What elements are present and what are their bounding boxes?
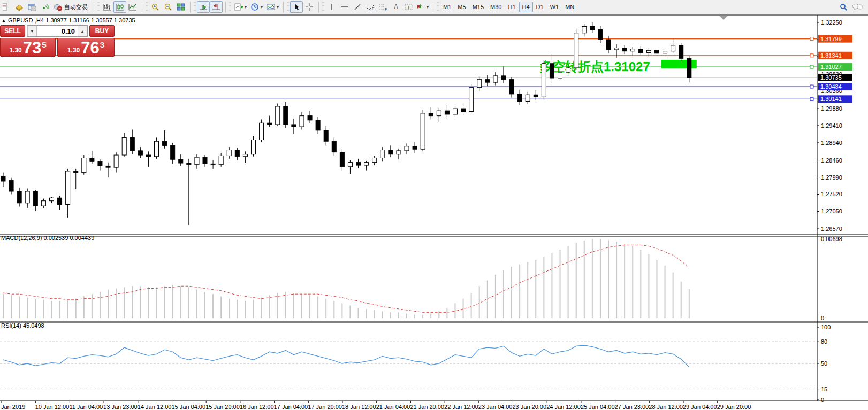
candle-body	[598, 30, 603, 40]
timeframe-button-M1[interactable]: M1	[440, 2, 454, 12]
timeframe-button-D1[interactable]: D1	[533, 2, 547, 12]
candle-body	[308, 116, 312, 120]
candle-body	[671, 45, 675, 51]
trendline-button[interactable]	[351, 1, 364, 13]
buy-button[interactable]: BUY	[89, 25, 115, 37]
candle-body	[114, 155, 118, 167]
time-tick-label: 10 Jan 12:00	[35, 404, 70, 410]
sell-button[interactable]: SELL	[0, 25, 25, 37]
charts-window-button[interactable]	[26, 1, 39, 13]
candle-body	[211, 164, 215, 164]
vertical-line-button[interactable]	[325, 1, 338, 13]
periods-button[interactable]: ▾	[248, 1, 264, 13]
new-order-button[interactable]	[0, 1, 13, 13]
fibonacci-button[interactable]: F	[377, 1, 390, 13]
candle-body	[630, 49, 635, 51]
crosshair-button[interactable]	[303, 1, 316, 13]
zoom-in-icon	[150, 3, 160, 11]
candle-body	[397, 151, 401, 154]
candle-body	[90, 158, 94, 161]
templates-button[interactable]: ▾	[264, 1, 280, 13]
channel-button[interactable]: E	[364, 1, 377, 13]
zoom-in-button[interactable]	[149, 1, 162, 13]
candle-body	[195, 157, 199, 165]
timeframe-button-M5[interactable]: M5	[454, 2, 469, 12]
one-click-trading-panel: SELL ▼ 0.10 ▲ BUY 1.30 73 5 1.30 76 3	[0, 25, 115, 57]
chevron-down-icon: ▾	[245, 5, 247, 10]
templates-icon	[266, 3, 276, 11]
turning-point-annotation[interactable]: 多空转折点1.31027	[539, 59, 650, 74]
text-button[interactable]: A	[390, 1, 402, 13]
toolbar-button-label: W1	[549, 4, 561, 10]
search-button[interactable]	[837, 1, 850, 13]
autotrading-icon	[53, 3, 63, 11]
signals-button[interactable]	[39, 1, 51, 13]
candlestick-chart-icon	[115, 3, 125, 11]
sell-price-button[interactable]: 1.30 73 5	[0, 38, 56, 57]
toolbar-button-label: M15	[471, 4, 485, 10]
candle-body	[146, 155, 150, 157]
buy-price-button[interactable]: 1.30 76 3	[57, 38, 115, 57]
candle-body	[477, 80, 482, 88]
line-handle[interactable]	[810, 54, 813, 57]
chart-title: ▲ GBPUSD-,H4 1.30977 1.31166 1.30557 1.3…	[2, 17, 135, 24]
text-icon: A	[392, 3, 400, 11]
buy-price-pip: 3	[100, 40, 104, 49]
indicators-button[interactable]: ▾	[232, 1, 248, 13]
volume-decrease-button[interactable]: ▼	[27, 26, 37, 36]
candle-body	[453, 109, 457, 114]
candle-body	[17, 191, 21, 203]
chat-button[interactable]	[850, 1, 865, 13]
chart-symbol-icon: ▲	[2, 18, 6, 23]
candle-body	[558, 72, 562, 78]
time-tick-label: 21 Jan 04:00	[376, 404, 410, 410]
time-tick-label: 29 Jan 20:00	[717, 404, 751, 410]
tile-windows-button[interactable]	[174, 1, 187, 13]
candle-body	[332, 141, 336, 152]
candle-body	[243, 154, 247, 157]
candle-body	[138, 151, 142, 155]
timeframe-button-H1[interactable]: H1	[505, 2, 519, 12]
candlestick-chart-button[interactable]	[113, 1, 126, 13]
line-handle[interactable]	[810, 97, 813, 100]
line-handle[interactable]	[810, 85, 813, 88]
cursor-button[interactable]	[290, 1, 303, 13]
new-order-icon	[3, 3, 10, 11]
toolbar-grip	[437, 2, 439, 12]
toolbar-separator	[433, 2, 433, 12]
label-button[interactable]: T	[402, 1, 415, 13]
timeframe-button-H4[interactable]: H4	[519, 2, 533, 12]
bar-chart-button[interactable]	[101, 1, 113, 13]
candle-body	[260, 123, 264, 140]
line-handle[interactable]	[810, 37, 813, 41]
line-handle[interactable]	[810, 65, 813, 68]
sell-price-main: 73	[23, 40, 41, 56]
auto-scroll-button[interactable]	[197, 1, 210, 13]
candle-body	[445, 111, 449, 114]
volume-increase-button[interactable]: ▲	[78, 26, 87, 36]
toolbar-grip	[322, 2, 324, 12]
price-label-text: 1.31341	[820, 52, 842, 59]
timeframe-button-MN[interactable]: MN	[562, 2, 577, 12]
timeframe-button-W1[interactable]: W1	[547, 2, 562, 12]
line-chart-button[interactable]	[126, 1, 139, 13]
time-tick-label: 15 Jan 20:00	[205, 404, 240, 410]
candle-body	[574, 33, 578, 68]
horizontal-line-button[interactable]	[338, 1, 351, 13]
candle-body	[437, 111, 441, 116]
chart-shift-button[interactable]	[210, 1, 223, 13]
toolbar-button-label: M1	[441, 4, 453, 10]
expert-advisors-button[interactable]	[13, 1, 26, 13]
chart-title-text: GBPUSD-,H4 1.30977 1.31166 1.30557 1.307…	[8, 17, 135, 24]
candle-body	[324, 130, 328, 141]
volume-value[interactable]: 0.10	[37, 26, 78, 36]
toolbar-button-label: M30	[489, 4, 503, 10]
timeframe-button-M30[interactable]: M30	[487, 2, 505, 12]
zoom-out-button[interactable]	[162, 1, 174, 13]
crosshair-icon	[305, 3, 314, 11]
tile-windows-icon	[176, 3, 186, 11]
timeframe-button-M15[interactable]: M15	[469, 2, 487, 12]
arrows-button[interactable]: ▾	[415, 1, 430, 13]
candle-body	[292, 125, 296, 127]
autotrading-button[interactable]: 自动交易	[51, 1, 91, 13]
